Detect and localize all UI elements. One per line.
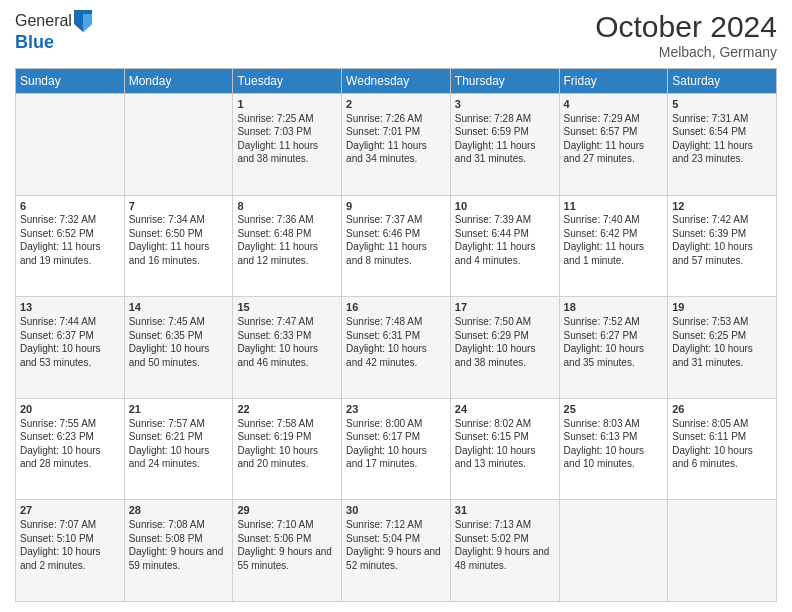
calendar-body: 1Sunrise: 7:25 AMSunset: 7:03 PMDaylight… bbox=[16, 94, 777, 602]
day-info: Sunset: 6:25 PM bbox=[672, 329, 772, 343]
day-info: Daylight: 11 hours and 1 minute. bbox=[564, 240, 664, 267]
day-info: Sunrise: 8:00 AM bbox=[346, 417, 446, 431]
calendar-week-row: 6Sunrise: 7:32 AMSunset: 6:52 PMDaylight… bbox=[16, 195, 777, 297]
day-info: Sunrise: 7:39 AM bbox=[455, 213, 555, 227]
day-info: Sunset: 6:27 PM bbox=[564, 329, 664, 343]
day-info: Sunset: 6:17 PM bbox=[346, 430, 446, 444]
calendar-cell: 28Sunrise: 7:08 AMSunset: 5:08 PMDayligh… bbox=[124, 500, 233, 602]
day-number: 15 bbox=[237, 300, 337, 315]
day-info: Daylight: 10 hours and 38 minutes. bbox=[455, 342, 555, 369]
svg-marker-1 bbox=[83, 14, 92, 32]
calendar-cell: 27Sunrise: 7:07 AMSunset: 5:10 PMDayligh… bbox=[16, 500, 125, 602]
day-info: Daylight: 10 hours and 50 minutes. bbox=[129, 342, 229, 369]
logo-blue-text: Blue bbox=[15, 32, 92, 53]
calendar-cell: 9Sunrise: 7:37 AMSunset: 6:46 PMDaylight… bbox=[342, 195, 451, 297]
day-number: 16 bbox=[346, 300, 446, 315]
day-info: Sunrise: 7:44 AM bbox=[20, 315, 120, 329]
day-number: 27 bbox=[20, 503, 120, 518]
calendar-cell: 2Sunrise: 7:26 AMSunset: 7:01 PMDaylight… bbox=[342, 94, 451, 196]
day-info: Sunrise: 7:07 AM bbox=[20, 518, 120, 532]
day-info: Sunrise: 7:48 AM bbox=[346, 315, 446, 329]
day-number: 29 bbox=[237, 503, 337, 518]
day-info: Daylight: 11 hours and 12 minutes. bbox=[237, 240, 337, 267]
day-number: 5 bbox=[672, 97, 772, 112]
calendar-cell bbox=[16, 94, 125, 196]
page: General Blue October 2024 Melbach, Germa… bbox=[0, 0, 792, 612]
day-info: Daylight: 11 hours and 27 minutes. bbox=[564, 139, 664, 166]
day-info: Sunrise: 7:36 AM bbox=[237, 213, 337, 227]
day-info: Sunrise: 7:26 AM bbox=[346, 112, 446, 126]
day-info: Daylight: 9 hours and 59 minutes. bbox=[129, 545, 229, 572]
day-number: 17 bbox=[455, 300, 555, 315]
col-tuesday: Tuesday bbox=[233, 69, 342, 94]
day-info: Sunset: 5:06 PM bbox=[237, 532, 337, 546]
day-info: Sunset: 7:01 PM bbox=[346, 125, 446, 139]
day-number: 26 bbox=[672, 402, 772, 417]
calendar-cell: 5Sunrise: 7:31 AMSunset: 6:54 PMDaylight… bbox=[668, 94, 777, 196]
calendar-cell: 18Sunrise: 7:52 AMSunset: 6:27 PMDayligh… bbox=[559, 297, 668, 399]
day-info: Sunrise: 7:34 AM bbox=[129, 213, 229, 227]
day-info: Sunrise: 7:55 AM bbox=[20, 417, 120, 431]
day-info: Daylight: 9 hours and 48 minutes. bbox=[455, 545, 555, 572]
col-friday: Friday bbox=[559, 69, 668, 94]
calendar-cell: 16Sunrise: 7:48 AMSunset: 6:31 PMDayligh… bbox=[342, 297, 451, 399]
day-info: Sunset: 6:54 PM bbox=[672, 125, 772, 139]
day-number: 25 bbox=[564, 402, 664, 417]
calendar-week-row: 27Sunrise: 7:07 AMSunset: 5:10 PMDayligh… bbox=[16, 500, 777, 602]
calendar-week-row: 1Sunrise: 7:25 AMSunset: 7:03 PMDaylight… bbox=[16, 94, 777, 196]
day-info: Sunset: 6:31 PM bbox=[346, 329, 446, 343]
day-number: 13 bbox=[20, 300, 120, 315]
calendar-cell: 21Sunrise: 7:57 AMSunset: 6:21 PMDayligh… bbox=[124, 398, 233, 500]
day-info: Sunset: 6:37 PM bbox=[20, 329, 120, 343]
day-info: Sunset: 6:46 PM bbox=[346, 227, 446, 241]
day-number: 14 bbox=[129, 300, 229, 315]
col-wednesday: Wednesday bbox=[342, 69, 451, 94]
day-info: Daylight: 10 hours and 31 minutes. bbox=[672, 342, 772, 369]
day-number: 3 bbox=[455, 97, 555, 112]
calendar-header-row: Sunday Monday Tuesday Wednesday Thursday… bbox=[16, 69, 777, 94]
calendar-cell bbox=[668, 500, 777, 602]
logo-icon bbox=[74, 10, 92, 32]
day-number: 19 bbox=[672, 300, 772, 315]
day-info: Sunset: 6:23 PM bbox=[20, 430, 120, 444]
day-info: Sunset: 6:33 PM bbox=[237, 329, 337, 343]
day-info: Sunrise: 7:31 AM bbox=[672, 112, 772, 126]
calendar-cell: 14Sunrise: 7:45 AMSunset: 6:35 PMDayligh… bbox=[124, 297, 233, 399]
day-info: Sunset: 6:35 PM bbox=[129, 329, 229, 343]
day-info: Sunrise: 7:52 AM bbox=[564, 315, 664, 329]
day-info: Sunset: 6:15 PM bbox=[455, 430, 555, 444]
day-info: Sunset: 5:08 PM bbox=[129, 532, 229, 546]
calendar-cell: 11Sunrise: 7:40 AMSunset: 6:42 PMDayligh… bbox=[559, 195, 668, 297]
day-info: Daylight: 11 hours and 34 minutes. bbox=[346, 139, 446, 166]
calendar-cell: 26Sunrise: 8:05 AMSunset: 6:11 PMDayligh… bbox=[668, 398, 777, 500]
day-info: Sunrise: 7:32 AM bbox=[20, 213, 120, 227]
day-info: Sunrise: 7:12 AM bbox=[346, 518, 446, 532]
day-info: Sunrise: 8:03 AM bbox=[564, 417, 664, 431]
day-number: 23 bbox=[346, 402, 446, 417]
day-info: Daylight: 11 hours and 31 minutes. bbox=[455, 139, 555, 166]
day-info: Sunset: 6:52 PM bbox=[20, 227, 120, 241]
day-info: Daylight: 10 hours and 17 minutes. bbox=[346, 444, 446, 471]
col-monday: Monday bbox=[124, 69, 233, 94]
day-info: Daylight: 10 hours and 24 minutes. bbox=[129, 444, 229, 471]
day-number: 10 bbox=[455, 199, 555, 214]
day-info: Daylight: 10 hours and 35 minutes. bbox=[564, 342, 664, 369]
calendar-cell: 8Sunrise: 7:36 AMSunset: 6:48 PMDaylight… bbox=[233, 195, 342, 297]
calendar-cell: 24Sunrise: 8:02 AMSunset: 6:15 PMDayligh… bbox=[450, 398, 559, 500]
month-title: October 2024 bbox=[595, 10, 777, 44]
day-info: Daylight: 10 hours and 20 minutes. bbox=[237, 444, 337, 471]
day-info: Sunset: 6:21 PM bbox=[129, 430, 229, 444]
day-info: Daylight: 10 hours and 28 minutes. bbox=[20, 444, 120, 471]
calendar-cell bbox=[124, 94, 233, 196]
day-info: Sunrise: 7:28 AM bbox=[455, 112, 555, 126]
calendar-cell: 17Sunrise: 7:50 AMSunset: 6:29 PMDayligh… bbox=[450, 297, 559, 399]
day-info: Daylight: 11 hours and 4 minutes. bbox=[455, 240, 555, 267]
day-info: Sunset: 5:10 PM bbox=[20, 532, 120, 546]
day-info: Sunset: 6:13 PM bbox=[564, 430, 664, 444]
day-info: Daylight: 10 hours and 42 minutes. bbox=[346, 342, 446, 369]
calendar-cell: 25Sunrise: 8:03 AMSunset: 6:13 PMDayligh… bbox=[559, 398, 668, 500]
col-thursday: Thursday bbox=[450, 69, 559, 94]
day-info: Daylight: 11 hours and 23 minutes. bbox=[672, 139, 772, 166]
day-info: Sunrise: 7:53 AM bbox=[672, 315, 772, 329]
col-sunday: Sunday bbox=[16, 69, 125, 94]
